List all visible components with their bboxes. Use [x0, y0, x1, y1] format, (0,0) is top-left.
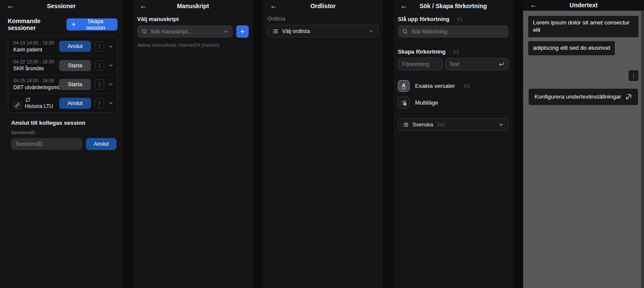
app-root: ← Sessioner Kommande sessioner + Skapa s… [0, 0, 644, 288]
kebab-icon: ⋮ [97, 44, 102, 49]
sessions-header: ← Sessioner [0, 2, 123, 11]
panel-manuscript: ← Manuskript Välj manuskript + Aktiva ma… [133, 0, 253, 288]
session-menu-button[interactable]: ⋮ [95, 79, 104, 90]
link-icon [13, 102, 21, 109]
session-expand-button[interactable] [108, 63, 114, 68]
exact-case-toggle[interactable]: A [398, 80, 409, 92]
session-name: Karin patient [13, 47, 59, 53]
abbreviation-search-input[interactable] [411, 29, 504, 35]
chevron-down-icon [499, 122, 504, 127]
session-expand-button[interactable] [108, 100, 114, 106]
panel-sessions: ← Sessioner Kommande sessioner + Skapa s… [0, 0, 123, 288]
list-icon [272, 28, 278, 34]
recurring-icon [25, 97, 30, 102]
wordlists-header: ← Ordlistor [263, 2, 383, 11]
list-plus-icon [400, 99, 407, 106]
multi-mode-label: Multiläge [415, 99, 438, 106]
configure-subtitle-settings-button[interactable]: Konfigurera undertextinställningar [529, 89, 638, 105]
chevron-down-icon [108, 81, 114, 87]
kebab-icon: ⋮ [97, 101, 102, 106]
multi-mode-toggle[interactable] [398, 97, 409, 108]
session-datetime: 04-19 14:00 - 16:00 [13, 40, 59, 45]
underline-a-icon: A [401, 83, 406, 89]
page-title: Undertext [523, 0, 644, 11]
create-session-button[interactable]: + Skapa session [66, 18, 117, 30]
subtitle-line: Lorem ipsum dolor sit amet consectur eli… [528, 16, 638, 37]
kebab-icon: ⋮ [97, 82, 102, 87]
kebab-icon: ⋮ [631, 72, 636, 79]
list-icon [403, 122, 409, 128]
language-dropdown-value: Svenska [412, 122, 433, 128]
panel-subtitle: ← Undertext Lorem ipsum dolor sit amet c… [523, 0, 644, 288]
start-session-button[interactable]: Starta [59, 60, 91, 71]
join-session-button[interactable]: Anslut [59, 41, 91, 52]
panel-abbreviations: ← Sök / Skapa förkortning Slå upp förkor… [394, 0, 513, 288]
open-settings-icon [625, 93, 632, 100]
abbreviation-text-input[interactable] [449, 61, 496, 67]
chevron-down-icon [108, 44, 114, 49]
wordlist-label: Ordlista [268, 16, 285, 22]
manuscript-header: ← Manuskript [133, 2, 253, 11]
back-icon[interactable]: ← [140, 2, 147, 10]
subtitle-preview-area: Lorem ipsum dolor sit amet consectur eli… [523, 11, 644, 288]
session-menu-button[interactable]: ⋮ [95, 60, 104, 71]
subtitle-scrollbar[interactable] [641, 11, 644, 288]
enter-icon [498, 61, 504, 67]
back-icon[interactable]: ← [400, 2, 408, 10]
join-button[interactable]: Anslut [86, 138, 117, 150]
create-abbreviation-label: Skapa förkortning [398, 48, 445, 55]
wordlist-dropdown-value: Välj ordlista [282, 28, 310, 34]
session-expand-button[interactable] [108, 81, 114, 87]
session-id-input[interactable] [11, 138, 82, 150]
session-menu-button[interactable]: ⋮ [95, 41, 104, 51]
abbreviation-search-shell[interactable] [398, 25, 509, 38]
session-id-label: SessionsID [11, 130, 117, 135]
plus-icon: + [240, 28, 245, 36]
chevron-down-icon [369, 29, 374, 34]
add-manuscript-button[interactable]: + [236, 25, 249, 38]
abbreviation-input[interactable] [402, 61, 438, 67]
join-colleague-heading: Anslut till kollegas session [11, 120, 117, 126]
session-menu-button[interactable]: ⋮ [95, 98, 104, 108]
configure-subtitle-settings-label: Konfigurera undertextinställningar [535, 93, 621, 100]
back-icon[interactable]: ← [7, 2, 14, 10]
active-manuscript-note: Aktiva manuskript: Hamlet24 (hamlet) [137, 42, 249, 48]
abbreviations-header: ← Sök / Skapa förkortning [394, 2, 513, 11]
lookup-shortcut-hint: F1 [457, 17, 463, 22]
search-icon [141, 29, 147, 34]
manuscript-search-combobox[interactable] [137, 25, 233, 38]
chevron-down-icon [223, 29, 229, 34]
lookup-abbreviation-label: Slå upp förkortning [398, 16, 449, 22]
session-row: 04-22 13:00 - 16:00 SKR årsmöte Starta ⋮ [8, 56, 117, 75]
session-row: Historia LTU Anslut ⋮ [8, 93, 117, 112]
back-icon[interactable]: ← [530, 1, 537, 9]
create-session-label: Skapa session [78, 18, 112, 31]
session-row: 04-19 14:00 - 16:00 Karin patient Anslut… [8, 37, 117, 56]
session-datetime: 04-25 14:00 - 16:00 [13, 78, 59, 83]
upcoming-sessions-heading: Kommande sessioner [8, 18, 66, 31]
manuscript-search-input[interactable] [150, 29, 220, 35]
create-shortcut-hint: F2 [453, 49, 459, 54]
language-entry-count: 241 [437, 122, 445, 128]
back-icon[interactable]: ← [270, 2, 277, 10]
subtitle-line: adipiscing elit sed do eiusmod [528, 41, 615, 55]
session-name: Historia LTU [25, 103, 53, 109]
chevron-down-icon [108, 100, 114, 106]
subtitle-header: ← Undertext [523, 0, 644, 11]
session-row: 04-25 14:00 - 16:00 DBT utvärderingsmöte… [8, 75, 117, 93]
language-dropdown[interactable]: Svenska 241 [398, 118, 509, 131]
panel-wordlists: ← Ordlistor Ordlista Välj ordlista [263, 0, 383, 288]
join-session-button[interactable]: Anslut [59, 98, 91, 109]
session-list: 04-19 14:00 - 16:00 Karin patient Anslut… [8, 36, 117, 113]
session-expand-button[interactable] [108, 44, 114, 49]
wordlist-dropdown[interactable]: Välj ordlista [268, 25, 379, 37]
start-session-button[interactable]: Starta [59, 79, 91, 90]
plus-icon: + [72, 21, 75, 28]
subtitle-menu-button[interactable]: ⋮ [629, 70, 638, 81]
kebab-icon: ⋮ [97, 63, 102, 68]
page-title: Ordlistor [263, 2, 383, 11]
session-name: SKR årsmöte [13, 66, 59, 72]
page-title: Sök / Skapa förkortning [394, 2, 513, 11]
page-title: Manuskript [133, 2, 253, 11]
select-manuscript-label: Välj manuskript [137, 16, 179, 22]
